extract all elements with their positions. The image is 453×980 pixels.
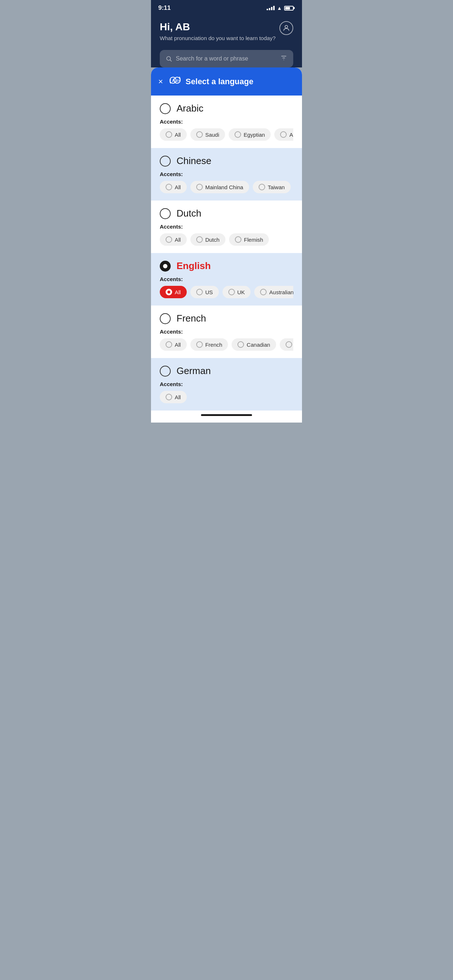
filter-icon[interactable]	[280, 54, 287, 62]
chip-radio-english-all	[166, 289, 172, 295]
accent-chip-french-french[interactable]: French	[190, 338, 228, 351]
status-time: 9:11	[158, 5, 171, 12]
language-modal: × A あ Select a language Arabic Accents:	[151, 67, 302, 423]
profile-icon[interactable]	[279, 21, 293, 35]
translate-icon: A あ	[169, 74, 181, 89]
language-name-english: English	[177, 260, 211, 272]
svg-line-2	[170, 60, 171, 61]
accents-row-german: All	[160, 391, 293, 405]
language-radio-english[interactable]	[160, 261, 171, 272]
language-list: Arabic Accents: All Saudi Egyptian	[151, 95, 302, 410]
chip-radio-chinese-mainland	[196, 184, 203, 190]
language-header-french: French	[160, 313, 293, 324]
language-radio-arabic[interactable]	[160, 103, 171, 114]
language-section-french: French Accents: All French Canadian	[151, 305, 302, 358]
chip-radio-arabic-saudi	[196, 131, 203, 138]
accents-label-english: Accents:	[160, 276, 293, 282]
chip-radio-arabic-algerian	[280, 131, 287, 138]
accent-chip-arabic-algerian[interactable]: Algerian	[274, 128, 293, 141]
greeting-text: Hi, AB	[160, 21, 276, 33]
chip-radio-arabic-all	[166, 131, 172, 138]
status-icons: ▲	[266, 5, 295, 11]
chip-radio-english-uk	[228, 289, 235, 295]
accent-chip-arabic-all[interactable]: All	[160, 128, 187, 141]
svg-point-1	[167, 57, 171, 60]
accents-label-chinese: Accents:	[160, 171, 293, 177]
accents-row-dutch: All Dutch Flemish	[160, 233, 293, 247]
accent-chip-chinese-mainland[interactable]: Mainland China	[190, 181, 249, 193]
language-name-chinese: Chinese	[177, 155, 211, 167]
accents-label-french: Accents:	[160, 328, 293, 335]
accents-row-french: All French Canadian Belgian Swi	[160, 338, 293, 352]
background-app: Hi, AB What pronunciation do you want to…	[151, 14, 302, 67]
chip-radio-english-australian	[260, 289, 266, 295]
accent-chip-arabic-saudi[interactable]: Saudi	[190, 128, 225, 141]
chip-radio-french-all	[166, 341, 172, 348]
language-radio-french[interactable]	[160, 313, 171, 324]
home-bar	[201, 414, 252, 416]
accent-chip-dutch-dutch[interactable]: Dutch	[190, 233, 225, 246]
signal-icon	[266, 6, 274, 10]
svg-point-0	[285, 25, 287, 28]
language-header-german: German	[160, 365, 293, 377]
chip-radio-french-french	[196, 341, 203, 348]
svg-text:あ: あ	[176, 78, 179, 83]
accent-chip-french-canadian[interactable]: Canadian	[231, 338, 276, 351]
language-section-german: German Accents: All	[151, 358, 302, 410]
language-section-chinese: Chinese Accents: All Mainland China Taiw…	[151, 148, 302, 200]
search-bar[interactable]: Search for a word or phrase	[160, 50, 293, 67]
language-name-german: German	[177, 365, 211, 377]
accents-row-english: All US UK Australian Canadian	[160, 286, 293, 300]
wifi-icon: ▲	[277, 5, 282, 11]
language-section-arabic: Arabic Accents: All Saudi Egyptian	[151, 95, 302, 148]
accent-chip-arabic-egyptian[interactable]: Egyptian	[229, 128, 271, 141]
home-indicator	[151, 410, 302, 423]
modal-title: Select a language	[186, 77, 254, 86]
modal-header: × A あ Select a language	[151, 67, 302, 95]
battery-icon	[284, 6, 295, 11]
subtitle-text: What pronunciation do you want to learn …	[160, 35, 276, 41]
language-radio-german[interactable]	[160, 366, 171, 377]
chip-radio-german-all	[166, 394, 172, 400]
language-header-chinese: Chinese	[160, 155, 293, 167]
accent-chip-german-all[interactable]: All	[160, 391, 187, 403]
chip-radio-arabic-egyptian	[234, 131, 241, 138]
language-name-dutch: Dutch	[177, 208, 201, 219]
accent-chip-french-all[interactable]: All	[160, 338, 187, 351]
accents-label-dutch: Accents:	[160, 223, 293, 230]
accent-chip-english-us[interactable]: US	[190, 286, 219, 298]
language-section-english: English Accents: All US UK Austra	[151, 253, 302, 305]
accent-chip-english-uk[interactable]: UK	[222, 286, 251, 298]
accent-chip-chinese-all[interactable]: All	[160, 181, 187, 193]
language-radio-chinese[interactable]	[160, 156, 171, 167]
chip-radio-dutch-all	[166, 236, 172, 243]
chip-radio-dutch-dutch	[196, 236, 203, 243]
chip-radio-chinese-all	[166, 184, 172, 190]
status-bar: 9:11 ▲	[151, 0, 302, 14]
language-name-french: French	[177, 313, 206, 324]
language-header-english: English	[160, 260, 293, 272]
accent-chip-english-australian[interactable]: Australian	[254, 286, 293, 298]
chip-radio-chinese-taiwan	[258, 184, 265, 190]
search-icon	[166, 56, 172, 62]
language-radio-dutch[interactable]	[160, 208, 171, 219]
chip-radio-french-canadian	[238, 341, 244, 348]
accent-chip-french-belgian[interactable]: Belgian	[280, 338, 293, 351]
accents-label-german: Accents:	[160, 381, 293, 387]
language-section-dutch: Dutch Accents: All Dutch Flemish	[151, 200, 302, 253]
accent-chip-chinese-taiwan[interactable]: Taiwan	[253, 181, 291, 193]
accent-chip-english-all[interactable]: All	[160, 286, 187, 298]
language-header-dutch: Dutch	[160, 208, 293, 219]
accents-row-arabic: All Saudi Egyptian Algerian More	[160, 128, 293, 142]
close-button[interactable]: ×	[158, 77, 163, 86]
language-name-arabic: Arabic	[177, 103, 204, 114]
accent-chip-dutch-all[interactable]: All	[160, 233, 187, 246]
accent-chip-dutch-flemish[interactable]: Flemish	[229, 233, 269, 246]
search-placeholder: Search for a word or phrase	[176, 56, 248, 62]
accents-label-arabic: Accents:	[160, 118, 293, 125]
chip-radio-dutch-flemish	[235, 236, 241, 243]
accents-row-chinese: All Mainland China Taiwan Singapore	[160, 181, 293, 195]
chip-radio-english-us	[196, 289, 203, 295]
svg-text:A: A	[172, 78, 175, 83]
chip-radio-french-belgian	[286, 341, 292, 348]
